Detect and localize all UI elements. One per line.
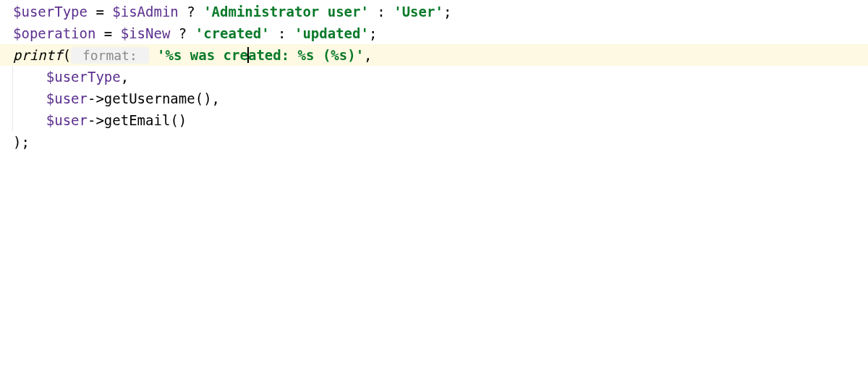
variable-isAdmin: $isAdmin — [112, 4, 179, 20]
operator-arrow: -> — [88, 112, 104, 128]
operator-assign: = — [88, 4, 112, 20]
operator-ternary-q: ? — [170, 25, 195, 41]
string-literal: 'User' — [393, 4, 443, 20]
operator-ternary-colon: : — [369, 4, 393, 20]
paren-close-semi: ); — [13, 134, 30, 150]
variable-user: $user — [46, 90, 88, 106]
indent — [13, 90, 46, 106]
operator-assign: = — [95, 25, 120, 41]
indent — [13, 69, 46, 85]
code-line[interactable]: $user->getEmail() — [13, 109, 868, 131]
code-line-active[interactable]: printf( format: '%s was created: %s (%s)… — [0, 44, 868, 66]
function-printf: printf — [13, 47, 63, 63]
comma: , — [364, 47, 372, 63]
paren-open: ( — [63, 47, 71, 63]
string-literal: 'Administrator user' — [203, 4, 369, 20]
string-literal: 'updated' — [294, 25, 369, 41]
string-literal-part1: '%s was cre — [157, 47, 248, 63]
string-literal: 'created' — [195, 25, 270, 41]
operator-arrow: -> — [88, 90, 104, 106]
code-line[interactable]: ); — [13, 131, 868, 153]
variable-user: $user — [46, 112, 88, 128]
code-editor[interactable]: $userType = $isAdmin ? 'Administrator us… — [0, 1, 868, 153]
operator-ternary-colon: : — [270, 25, 294, 41]
text-caret — [247, 47, 249, 63]
indent — [13, 112, 46, 128]
space — [149, 47, 157, 63]
code-line[interactable]: $userType = $isAdmin ? 'Administrator us… — [13, 1, 868, 22]
string-literal-part2: ated: %s (%s)' — [248, 47, 364, 63]
code-line[interactable]: $operation = $isNew ? 'created' : 'updat… — [13, 22, 868, 44]
call-parens: (), — [195, 90, 220, 106]
code-line[interactable]: $userType, — [13, 66, 868, 88]
code-line[interactable]: $user->getUsername(), — [13, 88, 868, 109]
semicolon: ; — [443, 4, 451, 20]
variable-isNew: $isNew — [121, 25, 171, 41]
parameter-hint-format: format: — [71, 47, 149, 64]
semicolon: ; — [369, 25, 377, 41]
comma: , — [121, 69, 129, 85]
variable-operation: $operation — [13, 25, 95, 41]
method-getEmail: getEmail — [104, 112, 171, 128]
method-getUsername: getUsername — [104, 90, 195, 106]
variable-userType: $userType — [46, 69, 121, 85]
variable-userType: $userType — [13, 4, 88, 20]
operator-ternary-q: ? — [179, 4, 203, 20]
call-parens: () — [170, 112, 187, 128]
